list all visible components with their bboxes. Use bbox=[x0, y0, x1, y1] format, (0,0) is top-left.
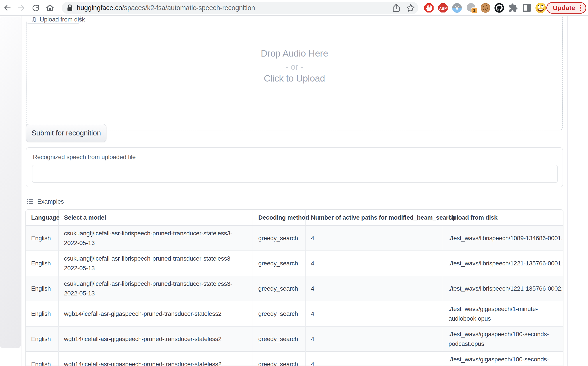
col-decoding-method: Decoding method bbox=[253, 210, 305, 226]
github-icon bbox=[494, 3, 504, 13]
app-right-border bbox=[567, 16, 568, 366]
chrome-update-button[interactable]: Update bbox=[546, 2, 586, 14]
example-row[interactable]: English csukuangfj/icefall-asr-librispee… bbox=[26, 251, 564, 276]
examples-header: Examples bbox=[27, 198, 64, 205]
cell-language: English bbox=[26, 276, 59, 301]
output-label: Recognized speech from uploaded file bbox=[33, 154, 136, 161]
back-button[interactable] bbox=[2, 3, 12, 13]
col-upload-from-disk: Upload from disk bbox=[443, 210, 564, 226]
avatar-smiley-icon bbox=[535, 3, 546, 13]
example-row[interactable]: English wgb14/icefall-asr-gigaspeech-pru… bbox=[26, 326, 564, 351]
forward-icon bbox=[17, 3, 26, 12]
table-header-row: Language Select a model Decoding method … bbox=[26, 210, 564, 226]
examples-table-wrap: Language Select a model Decoding method … bbox=[25, 209, 564, 366]
cell-paths: 4 bbox=[305, 226, 443, 251]
v-extension-icon: V bbox=[452, 3, 462, 13]
adblock-extension-button[interactable] bbox=[424, 3, 434, 13]
extension-badge: 1 bbox=[471, 8, 478, 13]
url-host: huggingface.co bbox=[77, 4, 122, 12]
cell-paths: 4 bbox=[305, 326, 443, 351]
side-panel-button[interactable] bbox=[522, 3, 532, 13]
examples-table: Language Select a model Decoding method … bbox=[26, 210, 564, 366]
github-extension-button[interactable] bbox=[494, 3, 505, 13]
drop-audio-text: Drop Audio Here bbox=[26, 48, 563, 59]
example-row[interactable]: English wgb14/icefall-asr-gigaspeech-pru… bbox=[26, 351, 564, 366]
cell-language: English bbox=[26, 351, 59, 366]
cell-paths: 4 bbox=[305, 276, 443, 301]
abp-extension-button[interactable]: ABP bbox=[438, 3, 448, 13]
cell-paths: 4 bbox=[305, 351, 443, 366]
share-icon bbox=[392, 3, 400, 12]
cell-file: ./test_wavs/gigaspeech/100-seconds-podca… bbox=[443, 326, 564, 351]
cell-model: wgb14/icefall-asr-gigaspeech-pruned-tran… bbox=[59, 301, 253, 326]
app-left-border bbox=[21, 16, 22, 366]
url-path: /spaces/k2-fsa/automatic-speech-recognit… bbox=[122, 4, 255, 12]
cell-file: ./test_wavs/librispeech/1221-135766-0001… bbox=[443, 251, 564, 276]
example-row[interactable]: English csukuangfj/icefall-asr-librispee… bbox=[26, 276, 564, 301]
adblock-icon bbox=[424, 3, 434, 13]
cell-language: English bbox=[26, 251, 59, 276]
bookmark-button[interactable] bbox=[406, 3, 415, 12]
cell-file: ./test_wavs/gigaspeech/1-minute-audioboo… bbox=[443, 301, 564, 326]
cell-decoding: greedy_search bbox=[253, 326, 305, 351]
cell-file: ./test_wavs/librispeech/1221-135766-0002… bbox=[443, 276, 564, 301]
output-group: Recognized speech from uploaded file bbox=[26, 147, 563, 187]
example-row[interactable]: English wgb14/icefall-asr-gigaspeech-pru… bbox=[26, 301, 564, 326]
cell-file: ./test_wavs/gigaspeech/100-seconds-podca… bbox=[443, 351, 564, 366]
cell-language: English bbox=[26, 301, 59, 326]
address-bar[interactable]: huggingface.co/spaces/k2-fsa/automatic-s… bbox=[62, 2, 418, 14]
url-text: huggingface.co/spaces/k2-fsa/automatic-s… bbox=[77, 4, 255, 12]
puzzle-icon bbox=[508, 3, 518, 13]
examples-list-icon bbox=[27, 198, 33, 205]
cell-decoding: greedy_search bbox=[253, 351, 305, 366]
cell-model: wgb14/icefall-asr-gigaspeech-pruned-tran… bbox=[59, 351, 253, 366]
cell-decoding: greedy_search bbox=[253, 226, 305, 251]
cell-paths: 4 bbox=[305, 301, 443, 326]
cell-language: English bbox=[26, 326, 59, 351]
or-text: - or - bbox=[26, 62, 563, 72]
forward-button[interactable] bbox=[17, 3, 26, 13]
space-page: ♫ Upload from disk Drop Audio Here - or … bbox=[0, 16, 588, 366]
panel-toggle-icon bbox=[522, 3, 531, 13]
cell-model: csukuangfj/icefall-asr-librispeech-prune… bbox=[59, 226, 253, 251]
col-select-model: Select a model bbox=[59, 210, 253, 226]
cookie-extension-button[interactable] bbox=[480, 3, 491, 13]
gray-extension-button[interactable]: 1 bbox=[466, 3, 476, 13]
v-label: V bbox=[455, 5, 459, 11]
cell-file: ./test_wavs/librispeech/1089-134686-0001… bbox=[443, 226, 564, 251]
abp-icon: ABP bbox=[438, 3, 448, 13]
reload-button[interactable] bbox=[31, 3, 40, 13]
cell-language: English bbox=[26, 226, 59, 251]
col-language: Language bbox=[26, 210, 59, 226]
browser-toolbar: huggingface.co/spaces/k2-fsa/automatic-s… bbox=[0, 0, 588, 16]
example-row[interactable]: English csukuangfj/icefall-asr-librispee… bbox=[26, 226, 564, 251]
home-icon bbox=[45, 3, 54, 12]
profile-avatar[interactable] bbox=[535, 3, 546, 13]
home-button[interactable] bbox=[45, 3, 55, 13]
cell-decoding: greedy_search bbox=[253, 276, 305, 301]
back-icon bbox=[3, 3, 12, 12]
abp-label: ABP bbox=[439, 6, 447, 10]
cell-model: csukuangfj/icefall-asr-librispeech-prune… bbox=[59, 276, 253, 301]
cell-model: csukuangfj/icefall-asr-librispeech-prune… bbox=[59, 251, 253, 276]
examples-label: Examples bbox=[37, 198, 64, 205]
cell-decoding: greedy_search bbox=[253, 251, 305, 276]
share-button[interactable] bbox=[392, 3, 400, 12]
lock-icon bbox=[67, 4, 73, 12]
extensions-menu-button[interactable] bbox=[508, 3, 518, 13]
browser-menu-icon[interactable] bbox=[579, 4, 582, 12]
update-label: Update bbox=[553, 4, 575, 12]
v-extension-button[interactable]: V bbox=[452, 3, 462, 13]
cell-decoding: greedy_search bbox=[253, 301, 305, 326]
cell-paths: 4 bbox=[305, 251, 443, 276]
cookie-icon bbox=[480, 3, 490, 13]
music-note-icon: ♫ bbox=[31, 16, 37, 23]
submit-button[interactable]: Submit for recognition bbox=[26, 124, 106, 142]
bookmark-star-icon bbox=[406, 3, 415, 12]
recognized-speech-textbox[interactable] bbox=[32, 165, 558, 183]
col-active-paths: Number of active paths for modified_beam… bbox=[305, 210, 443, 226]
tab-upload-from-disk[interactable]: ♫ Upload from disk bbox=[26, 16, 81, 24]
click-to-upload-text[interactable]: Click to Upload bbox=[26, 73, 563, 84]
reload-icon bbox=[31, 3, 40, 12]
browser-window: huggingface.co/spaces/k2-fsa/automatic-s… bbox=[0, 0, 588, 366]
